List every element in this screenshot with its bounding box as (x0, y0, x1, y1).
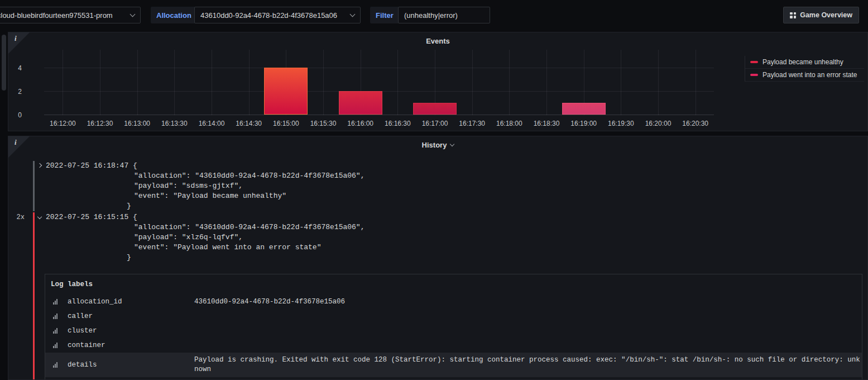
log-label-key: details (68, 360, 194, 370)
legend-label: Payload became unhealthy (763, 58, 843, 66)
datasource-select[interactable]: cloud-bluebirdfourteen975531-prom (0, 7, 141, 23)
history-panel: i History 2022-07-25 16:18:47 {"allocati… (8, 136, 868, 380)
filter-input[interactable]: (unhealthy|error) (398, 7, 490, 23)
log-label-row: container (45, 338, 862, 353)
x-tick-label: 16:19:00 (570, 120, 597, 127)
stats-bars-icon[interactable] (53, 299, 57, 305)
stats-bars-icon[interactable] (53, 328, 57, 334)
event-bar[interactable] (264, 68, 308, 115)
log-label-row: caller (45, 309, 862, 324)
grid-line-vertical (212, 50, 212, 115)
grid-line-vertical (696, 50, 696, 115)
events-panel-title-text: Events (426, 37, 450, 45)
x-tick-label: 16:12:30 (87, 120, 113, 127)
log-row-body: 2022-07-25 16:15:15 {"allocation": "4361… (33, 212, 868, 380)
log-label-row: allocation_id43610dd0-92a4-4678-b22d-4f3… (45, 294, 862, 309)
log-label-key: container (68, 341, 194, 350)
x-axis-labels: 16:12:0016:12:3016:13:0016:13:3016:14:00… (44, 120, 714, 129)
scrollbar-thumb[interactable] (2, 35, 6, 91)
plot-area (44, 50, 714, 115)
stats-bars-icon[interactable] (53, 362, 57, 368)
grid-line-vertical (63, 50, 63, 115)
log-labels-title: Log labels (51, 280, 862, 289)
chevron-right-icon (37, 163, 42, 168)
game-overview-button[interactable]: Game Overview (783, 7, 859, 23)
x-tick-label: 16:12:00 (50, 120, 76, 127)
grid-line-vertical (509, 50, 510, 115)
log-row: 2x2022-07-25 16:15:15 {"allocation": "43… (8, 212, 867, 380)
y-axis: 024 (8, 50, 22, 115)
x-tick-label: 16:16:00 (347, 120, 373, 127)
log-row-body: 2022-07-25 16:18:47 {"allocation": "4361… (33, 161, 867, 211)
history-panel-title[interactable]: History (8, 141, 867, 149)
grid-line-vertical (323, 50, 324, 115)
filter-variable-label: Filter (370, 7, 399, 23)
event-bar[interactable] (413, 103, 457, 115)
legend-item[interactable]: Payload became unhealthy (745, 56, 864, 69)
log-row-count: 2x (8, 212, 33, 380)
stats-bars-icon[interactable] (53, 314, 57, 319)
grid-line-vertical (100, 50, 100, 115)
x-tick-label: 16:14:00 (199, 120, 225, 127)
x-tick-label: 16:18:00 (496, 120, 522, 127)
grid-line-vertical (397, 50, 398, 115)
log-label-icon-cell (51, 343, 68, 348)
x-tick-label: 16:13:30 (161, 120, 188, 127)
y-tick-label: 4 (8, 64, 22, 72)
log-row-header[interactable]: 2022-07-25 16:18:47 { (37, 161, 867, 171)
x-tick-label: 16:15:00 (273, 120, 299, 127)
log-label-row: cluster (45, 324, 862, 338)
x-tick-label: 16:18:30 (534, 120, 560, 127)
log-json-line: "event": "Payload became unhealthy" (37, 191, 867, 201)
grid-line-horizontal (44, 68, 714, 68)
x-tick-label: 16:13:00 (124, 120, 150, 127)
log-label-row: filename (45, 377, 862, 380)
x-axis-line (44, 115, 714, 115)
log-timestamp: 2022-07-25 16:15:15 { (46, 213, 137, 221)
filter-input-value: (unhealthy|error) (404, 11, 458, 20)
grid-line-vertical (621, 50, 621, 115)
y-tick-label: 2 (8, 88, 22, 96)
log-row-count (8, 161, 33, 211)
stats-bars-icon[interactable] (53, 343, 57, 348)
chevron-down-icon (37, 215, 42, 219)
allocation-select-value: 43610dd0-92a4-4678-b22d-4f3678e15a06 (200, 11, 337, 20)
history-panel-title-text: History (422, 141, 447, 149)
log-label-row: detailsPayload is crashing. Exited with … (45, 353, 862, 377)
log-label-icon-cell (51, 362, 68, 368)
x-tick-label: 16:17:00 (422, 120, 448, 127)
grid-line-vertical (546, 50, 547, 115)
log-label-icon-cell (51, 299, 68, 305)
events-panel: i Events 024 16:12:0016:12:3016:13:0016:… (8, 32, 868, 131)
grid-line-vertical (472, 50, 473, 115)
log-json-line: } (37, 201, 867, 211)
log-json-line: "allocation": "43610dd0-92a4-4678-b22d-4… (37, 222, 868, 232)
toolbar: cloud-bluebirdfourteen975531-prom Alloca… (0, 0, 868, 30)
apps-grid-icon (790, 12, 796, 18)
game-overview-button-label: Game Overview (800, 11, 852, 19)
legend-item[interactable]: Payload went into an error state (745, 69, 864, 82)
log-label-key: cluster (68, 326, 194, 336)
legend-label: Payload went into an error state (763, 71, 857, 79)
log-json-line: "allocation": "43610dd0-92a4-4678-b22d-4… (37, 171, 867, 181)
x-tick-label: 16:17:30 (459, 120, 485, 127)
grid-line-vertical (137, 50, 138, 115)
y-tick-label: 0 (8, 111, 22, 119)
x-tick-label: 16:19:30 (608, 120, 634, 127)
log-row: 2022-07-25 16:18:47 {"allocation": "4361… (8, 161, 867, 211)
x-tick-label: 16:15:30 (310, 120, 337, 127)
event-bar[interactable] (339, 91, 382, 115)
log-row-header[interactable]: 2022-07-25 16:15:15 { (37, 212, 868, 222)
log-timestamp: 2022-07-25 16:18:47 { (46, 162, 137, 170)
log-label-icon-cell (51, 314, 68, 319)
allocation-select[interactable]: 43610dd0-92a4-4678-b22d-4f3678e15a06 (194, 7, 361, 23)
x-tick-label: 16:16:30 (385, 120, 411, 127)
log-json-line: "payload": "sdsms-gjtxf", (37, 181, 867, 191)
log-json-line: "payload": "xlz6q-lqfvf", (37, 232, 868, 243)
events-panel-title[interactable]: Events (8, 37, 867, 45)
grafana-dashboard: { "accent": { "blue": "#6e9fff" }, "tool… (0, 0, 868, 380)
log-labels-box: Log labelsallocation_id43610dd0-92a4-467… (45, 274, 862, 380)
event-bar[interactable] (562, 103, 606, 115)
log-json-line: } (37, 253, 868, 263)
datasource-select-value: cloud-bluebirdfourteen975531-prom (0, 11, 113, 20)
